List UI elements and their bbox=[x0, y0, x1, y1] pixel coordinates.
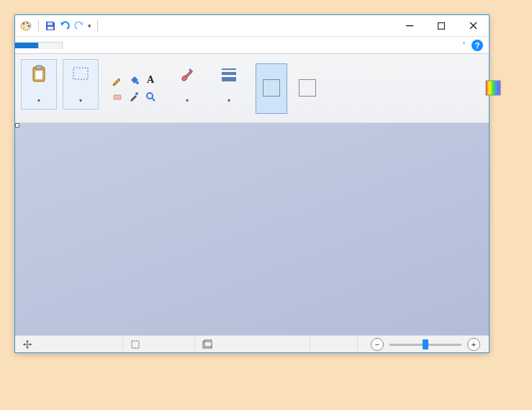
status-bar: − + bbox=[15, 335, 489, 352]
svg-rect-23 bbox=[204, 340, 212, 347]
magnifier-tool-icon[interactable] bbox=[143, 89, 158, 104]
group-clipboard: ▾ bbox=[18, 57, 60, 122]
resize-handle-corner[interactable] bbox=[15, 123, 19, 128]
zoom-out-button[interactable]: − bbox=[371, 338, 384, 351]
undo-icon[interactable] bbox=[59, 20, 71, 32]
color2-button[interactable] bbox=[292, 63, 323, 114]
group-brushes: ▾ bbox=[166, 57, 208, 122]
color1-swatch bbox=[263, 79, 280, 97]
group-colors bbox=[253, 57, 512, 122]
ribbon-home: ▾ ▾ A bbox=[15, 54, 489, 123]
clipboard-button[interactable]: ▾ bbox=[21, 59, 57, 110]
svg-rect-7 bbox=[406, 25, 413, 26]
tab-home[interactable] bbox=[38, 42, 63, 49]
color-palette bbox=[328, 87, 473, 90]
ribbon-tabs: ˄ ? bbox=[15, 37, 489, 54]
tab-view[interactable] bbox=[63, 43, 86, 48]
color2-swatch bbox=[299, 79, 316, 97]
selection-size-icon bbox=[130, 339, 140, 349]
svg-rect-14 bbox=[114, 95, 121, 99]
size-button[interactable]: ▾ bbox=[211, 59, 247, 110]
qat-customize-icon[interactable]: ▾ bbox=[88, 22, 91, 30]
svg-rect-6 bbox=[48, 27, 53, 30]
svg-rect-11 bbox=[35, 71, 42, 79]
svg-point-3 bbox=[28, 24, 30, 27]
svg-rect-12 bbox=[73, 68, 88, 79]
svg-rect-10 bbox=[36, 66, 42, 69]
app-icon bbox=[19, 19, 32, 32]
edit-colors-button[interactable] bbox=[477, 63, 509, 114]
color1-button[interactable] bbox=[256, 63, 287, 114]
help-icon[interactable]: ? bbox=[472, 40, 483, 51]
svg-rect-18 bbox=[222, 72, 236, 75]
canvas-workspace[interactable] bbox=[15, 123, 489, 335]
text-tool-icon[interactable]: A bbox=[143, 73, 158, 87]
group-tools: A bbox=[104, 57, 163, 122]
svg-rect-19 bbox=[222, 77, 236, 81]
picker-tool-icon[interactable] bbox=[127, 89, 141, 104]
svg-point-2 bbox=[27, 22, 29, 24]
paint-window: ▾ ˄ ? ▾ bbox=[14, 14, 490, 353]
svg-rect-5 bbox=[48, 22, 53, 25]
save-icon[interactable] bbox=[45, 20, 56, 32]
close-button[interactable] bbox=[457, 15, 489, 37]
minimize-button[interactable] bbox=[394, 15, 425, 37]
bucket-tool-icon[interactable] bbox=[127, 73, 141, 87]
group-image: ▾ bbox=[60, 57, 102, 122]
window-controls bbox=[394, 15, 489, 37]
svg-point-13 bbox=[136, 81, 139, 84]
svg-point-4 bbox=[23, 26, 25, 28]
image-button[interactable]: ▾ bbox=[63, 59, 99, 110]
svg-point-15 bbox=[135, 92, 138, 95]
svg-rect-8 bbox=[438, 22, 445, 29]
maximize-button[interactable] bbox=[425, 15, 457, 37]
svg-point-1 bbox=[23, 22, 25, 24]
collapse-ribbon-icon[interactable]: ˄ bbox=[462, 41, 466, 49]
group-size: ▾ bbox=[208, 57, 250, 122]
svg-rect-17 bbox=[222, 68, 236, 70]
eraser-tool-icon[interactable] bbox=[110, 89, 125, 104]
svg-point-16 bbox=[147, 93, 153, 99]
canvas-size-icon bbox=[202, 339, 212, 349]
zoom-slider[interactable] bbox=[389, 339, 461, 349]
redo-icon[interactable] bbox=[73, 20, 85, 32]
quick-access-toolbar: ▾ bbox=[15, 19, 101, 32]
zoom-in-button[interactable]: + bbox=[467, 338, 480, 351]
title-bar: ▾ bbox=[15, 15, 489, 37]
brushes-button[interactable]: ▾ bbox=[169, 59, 205, 110]
cursor-position-icon bbox=[22, 339, 32, 349]
tab-file[interactable] bbox=[15, 43, 38, 48]
pencil-tool-icon[interactable] bbox=[110, 73, 125, 87]
svg-rect-20 bbox=[486, 81, 500, 95]
svg-rect-21 bbox=[132, 341, 139, 348]
